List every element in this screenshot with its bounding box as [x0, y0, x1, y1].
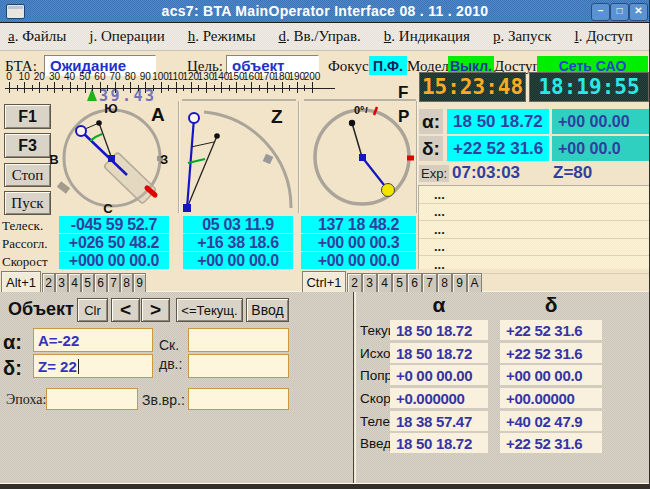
stop-button[interactable]: Стоп — [4, 163, 51, 187]
speed-alpha-input[interactable] — [188, 328, 289, 352]
text-cursor — [78, 359, 79, 374]
object-delta-input[interactable]: Z= 22 — [33, 354, 153, 378]
object-alpha-input[interactable]: A=-22 — [33, 328, 153, 352]
tab-ctrl-8[interactable]: 8 — [437, 273, 452, 292]
tab-ctrl-7[interactable]: 7 — [422, 273, 437, 292]
set-current-button[interactable]: <=Текущ. — [176, 298, 243, 322]
speed-delta-input[interactable] — [188, 354, 289, 378]
alpha-offset-value: +00 00.00 — [552, 109, 650, 134]
menu-item-h[interactable]: h. Режимы — [188, 28, 256, 45]
ruler-tick — [183, 85, 184, 91]
f1-button[interactable]: F1 — [4, 104, 51, 129]
tab-alt-7[interactable]: 7 — [107, 273, 120, 292]
menu-item-b[interactable]: b. Индикация — [384, 28, 470, 45]
ruler-tick — [130, 82, 131, 93]
queue-list-item[interactable]: ... — [419, 239, 650, 257]
object-alpha-label: α: — [3, 331, 22, 354]
menu-item-j[interactable]: j. Операции — [89, 28, 164, 45]
next-button[interactable]: > — [141, 298, 170, 322]
title-bar[interactable]: acs7: BTA MainOperator Interface 08 . 11… — [0, 0, 650, 23]
tab-ctrl-6[interactable]: 6 — [407, 273, 422, 292]
ruler-tick — [176, 82, 177, 93]
menu-item-l[interactable]: l. Доступ — [574, 28, 632, 45]
tab-ctrl-3[interactable]: 3 — [362, 273, 377, 292]
tab-alt-6[interactable]: 6 — [94, 273, 107, 292]
start-button[interactable]: Пуск — [4, 191, 51, 215]
queue-list-item[interactable]: ... — [419, 186, 650, 204]
delta-label: δ: — [419, 136, 443, 161]
minimize-button[interactable]: – — [591, 3, 610, 21]
object-delta-value: Z= 22 — [38, 358, 77, 375]
sidereal-label: Зв.вр.: — [142, 392, 185, 408]
queue-list-item[interactable]: ... — [419, 221, 650, 239]
sidereal-time-clock: 18:19:55 — [529, 72, 649, 102]
ruler-tick — [282, 82, 283, 93]
sidereal-input[interactable] — [188, 388, 289, 410]
menu-item-a[interactable]: a. Файлы — [8, 28, 66, 45]
zenith-limit-value: Z=80 — [553, 163, 592, 183]
coord-cell-alpha: +0.000000 — [390, 388, 488, 408]
ruler-tick — [9, 82, 10, 93]
ruler-tick — [229, 85, 230, 91]
ruler-tick — [100, 82, 101, 93]
coord-cell-alpha: 18 50 18.72 — [390, 320, 488, 340]
window-bottom-edge — [0, 484, 650, 489]
tab-ctrl-2[interactable]: 2 — [347, 273, 362, 292]
telemetry-cell: -045 59 52.7 — [59, 216, 169, 233]
ruler-tick — [17, 85, 18, 91]
close-button[interactable]: ✕ — [629, 3, 648, 21]
target-circle — [76, 126, 86, 136]
coord-cell-alpha: 18 38 57.47 — [390, 411, 488, 431]
clr-button[interactable]: Clr — [77, 298, 108, 322]
coord-cell-delta: +22 52 31.6 — [500, 343, 602, 363]
ruler-tick — [92, 85, 93, 91]
enter-button[interactable]: Ввод — [246, 298, 289, 322]
coord-cell-delta: +22 52 31.6 — [500, 320, 602, 340]
tab-alt-2[interactable]: 2 — [42, 273, 55, 292]
queue-list-item[interactable]: ... — [419, 256, 650, 274]
tab-alt-8[interactable]: 8 — [120, 273, 133, 292]
exposure-queue-list[interactable]: ............... — [418, 185, 650, 269]
tab-ctrl-A[interactable]: A — [467, 273, 482, 292]
maximize-button[interactable]: □ — [610, 3, 629, 21]
dial-a-left-label: В — [49, 152, 58, 167]
coord-cell-delta: +22 52 31.6 — [500, 433, 602, 453]
window-title: acs7: BTA MainOperator Interface 08 . 11… — [0, 0, 650, 22]
tab-alt-9[interactable]: 9 — [133, 273, 146, 292]
f3-button[interactable]: F3 — [4, 133, 51, 158]
arc-marker — [263, 154, 274, 165]
queue-list-item[interactable]: ... — [419, 204, 650, 222]
dial-a-top-label: Ю — [104, 101, 117, 116]
tab-alt-active[interactable]: Alt+1 — [1, 271, 41, 292]
azimuth-dial: Ю С В З A — [45, 100, 180, 215]
coord-cell-delta: +40 02 47.9 — [500, 411, 602, 431]
ruler-tick — [267, 82, 268, 93]
telescope-pointer — [352, 123, 362, 157]
coord-cell-alpha: +0 00 00.00 — [390, 365, 488, 385]
tab-alt-5[interactable]: 5 — [81, 273, 94, 292]
ruler-tick — [123, 85, 124, 91]
telemetry-cell: +00 00 00.3 — [301, 234, 416, 251]
ruler-tick — [32, 85, 33, 91]
coord-cell-alpha: 18 50 18.72 — [390, 343, 488, 363]
menu-item-d[interactable]: d. Вв./Управ. — [278, 28, 360, 45]
epoch-input[interactable] — [46, 388, 138, 410]
ruler-tick — [297, 82, 298, 93]
ruler-tick — [54, 82, 55, 93]
menu-item-p[interactable]: p. Запуск — [493, 28, 551, 45]
prev-button[interactable]: < — [111, 298, 140, 322]
zenith-dial: Z — [180, 100, 300, 215]
telemetry-cell: 137 18 48.2 — [301, 216, 416, 233]
tab-ctrl-4[interactable]: 4 — [377, 273, 392, 292]
alpha-label: α: — [419, 109, 443, 134]
telemetry-cell: +16 38 18.6 — [183, 234, 293, 251]
tab-alt-3[interactable]: 3 — [55, 273, 68, 292]
tab-ctrl-9[interactable]: 9 — [452, 273, 467, 292]
ruler-tick — [236, 82, 237, 93]
tab-ctrl-active[interactable]: Ctrl+1 — [302, 271, 346, 292]
object-delta-label: δ: — [3, 357, 22, 380]
ruler-tick — [161, 82, 162, 93]
telemetry-cell: +026 50 48.2 — [59, 234, 169, 251]
tab-alt-4[interactable]: 4 — [68, 273, 81, 292]
tab-ctrl-5[interactable]: 5 — [392, 273, 407, 292]
